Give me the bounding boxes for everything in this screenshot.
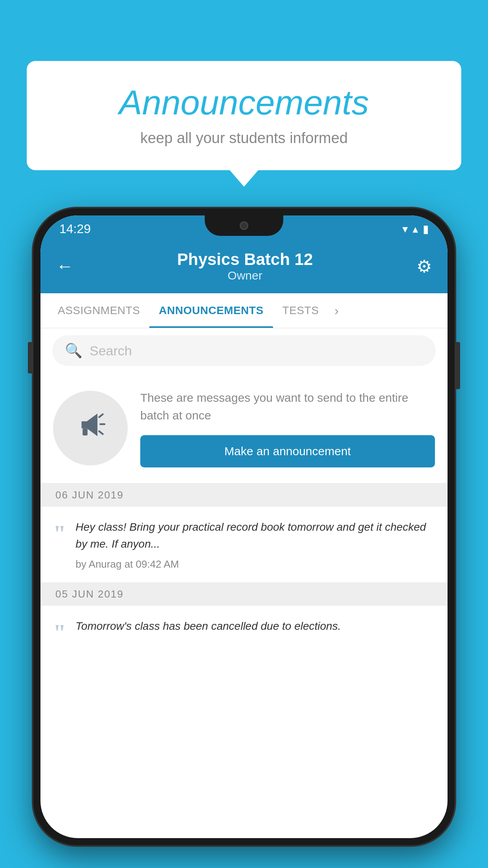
wifi-icon: ▾ [402, 223, 408, 235]
tab-announcements[interactable]: ANNOUNCEMENTS [149, 293, 273, 328]
svg-line-1 [99, 414, 103, 417]
svg-line-3 [99, 431, 103, 434]
announcement-text-1: Hey class! Bring your practical record b… [75, 519, 435, 553]
announcement-prompt-section: These are messages you want to send to t… [40, 373, 448, 484]
announcement-content-2: Tomorrow's class has been cancelled due … [75, 618, 435, 640]
app-header: ← Physics Batch 12 Owner ⚙ [40, 242, 448, 293]
speech-bubble-title: Announcements [50, 83, 438, 123]
tab-tests[interactable]: TESTS [273, 293, 328, 328]
speech-bubble-section: Announcements keep all your students inf… [27, 61, 461, 170]
announcement-meta-1: by Anurag at 09:42 AM [75, 558, 435, 570]
search-container: 🔍 Search [40, 328, 448, 373]
date-separator-2: 05 JUN 2019 [40, 583, 448, 606]
phone-screen: 14:29 ▾ ▴ ▮ ← Physics Batch 12 Owner ⚙ A… [40, 215, 448, 838]
date-separator-1: 06 JUN 2019 [40, 484, 448, 507]
back-button[interactable]: ← [56, 256, 73, 276]
search-input[interactable]: Search [90, 343, 132, 359]
announcement-content-1: Hey class! Bring your practical record b… [75, 519, 435, 570]
announcement-item-1[interactable]: " Hey class! Bring your practical record… [40, 507, 448, 583]
phone-mockup: 14:29 ▾ ▴ ▮ ← Physics Batch 12 Owner ⚙ A… [33, 208, 455, 868]
announcement-text-2: Tomorrow's class has been cancelled due … [75, 618, 435, 634]
svg-rect-0 [83, 428, 88, 435]
tabs-bar: ASSIGNMENTS ANNOUNCEMENTS TESTS › [40, 293, 448, 328]
status-time: 14:29 [59, 222, 91, 236]
announcement-description: These are messages you want to send to t… [140, 389, 435, 424]
battery-icon: ▮ [423, 223, 429, 235]
settings-icon[interactable]: ⚙ [416, 256, 432, 276]
notch-camera [240, 221, 248, 230]
quote-icon-1: " [53, 519, 66, 545]
announcement-right: These are messages you want to send to t… [140, 389, 435, 467]
search-bar[interactable]: 🔍 Search [52, 335, 436, 366]
header-title-group: Physics Batch 12 Owner [177, 250, 313, 282]
tab-assignments[interactable]: ASSIGNMENTS [48, 293, 149, 328]
header-title: Physics Batch 12 [177, 250, 313, 269]
megaphone-icon [73, 406, 108, 450]
phone-outer-shell: 14:29 ▾ ▴ ▮ ← Physics Batch 12 Owner ⚙ A… [33, 208, 455, 845]
header-subtitle: Owner [177, 269, 313, 282]
status-icons: ▾ ▴ ▮ [402, 223, 429, 235]
tabs-more-icon[interactable]: › [328, 296, 345, 326]
signal-icon: ▴ [413, 223, 418, 235]
speech-bubble-subtitle: keep all your students informed [50, 130, 438, 147]
megaphone-circle [53, 391, 128, 465]
speech-bubble-card: Announcements keep all your students inf… [27, 61, 461, 170]
quote-icon-2: " [53, 618, 66, 644]
make-announcement-button[interactable]: Make an announcement [140, 435, 435, 467]
search-icon: 🔍 [65, 342, 83, 359]
announcement-item-2[interactable]: " Tomorrow's class has been cancelled du… [40, 606, 448, 656]
phone-notch [205, 215, 283, 236]
